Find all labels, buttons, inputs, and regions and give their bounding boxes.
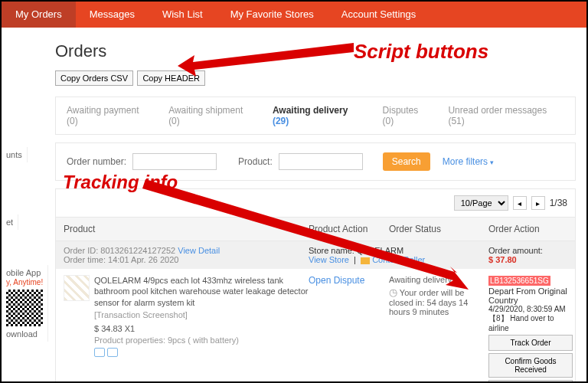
pager: 10/Page ◂ ▸ 1/38 <box>56 189 575 217</box>
copy-header-button[interactable]: Copy HEADER <box>137 70 205 86</box>
tab-unread-messages[interactable]: Unread order messages (51) <box>448 105 564 126</box>
sidebar-fragment: unts <box>2 147 28 162</box>
product-filter-input[interactable] <box>279 153 363 170</box>
orders-table: 10/Page ◂ ▸ 1/38 Product Product Action … <box>55 188 576 383</box>
col-order-status: Order Status <box>389 224 488 234</box>
order-body-row: QOLELARM 4/9pcs each lot 433mhz wireless… <box>56 269 575 383</box>
download-invoice-button[interactable]: Download Invoice <box>488 380 573 383</box>
transaction-screenshot-link[interactable]: [Transaction Screenshot] <box>94 310 309 319</box>
track-order-button[interactable]: Track Order <box>488 335 573 351</box>
more-filters-link[interactable]: More filters ▾ <box>443 156 495 167</box>
page-size-select[interactable]: 10/Page <box>454 195 508 211</box>
order-amount: $ 37.80 <box>488 255 517 264</box>
order-id: 8013261224127252 <box>100 246 175 255</box>
order-status-text: Awaiting delivery <box>389 275 488 284</box>
store-name: QOLELARM <box>357 246 403 255</box>
tab-awaiting-payment[interactable]: Awaiting payment (0) <box>67 105 152 126</box>
tracking-extra: 【8】 Hand over to airline <box>488 313 573 332</box>
mail-icon <box>361 257 370 264</box>
order-number-label: Order number: <box>67 156 126 167</box>
product-filter-label: Product: <box>238 156 273 167</box>
qr-code-icon <box>6 290 43 326</box>
nav-tab-wishlist[interactable]: Wish List <box>149 2 217 28</box>
tab-awaiting-delivery[interactable]: Awaiting delivery (29) <box>273 105 366 126</box>
prev-page-button[interactable]: ◂ <box>513 196 527 210</box>
script-buttons: Copy Orders CSV Copy HEADER <box>55 70 576 86</box>
confirm-goods-button[interactable]: Confirm Goods Received <box>488 353 573 378</box>
product-name[interactable]: QOLELARM 4/9pcs each lot 433mhz wireless… <box>94 275 309 308</box>
table-header: Product Product Action Order Status Orde… <box>56 217 575 241</box>
clock-icon: ◷ <box>389 286 397 298</box>
product-properties: Product properties: 9pcs ( with battery) <box>94 336 309 345</box>
tracking-timestamp: 4/29/2020, 8:30:59 AM <box>488 305 573 313</box>
filter-bar: Order number: Product: Search More filte… <box>55 142 576 181</box>
tab-disputes[interactable]: Disputes (0) <box>383 105 432 126</box>
tracking-status: Depart From Original Country <box>488 286 573 305</box>
chevron-down-icon: ▾ <box>490 159 494 166</box>
order-number-input[interactable] <box>132 153 217 170</box>
col-product: Product <box>64 224 309 234</box>
view-detail-link[interactable]: View Detail <box>178 246 220 255</box>
page-indicator: 1/38 <box>550 198 567 208</box>
next-page-button[interactable]: ▸ <box>531 196 545 210</box>
status-tabs: Awaiting payment (0) Awaiting shipment (… <box>55 97 576 135</box>
open-dispute-link[interactable]: Open Dispute <box>309 275 364 286</box>
col-order-action: Order Action <box>488 224 567 234</box>
sidebar-fragment: et <box>2 214 18 230</box>
truck-icon <box>94 348 105 357</box>
product-thumbnail[interactable] <box>64 275 90 301</box>
view-store-link[interactable]: View Store <box>309 255 349 264</box>
nav-tab-stores[interactable]: My Favorite Stores <box>217 2 328 28</box>
search-button[interactable]: Search <box>383 152 430 171</box>
page-title: Orders <box>55 28 576 70</box>
tab-awaiting-shipment[interactable]: Awaiting shipment (0) <box>168 105 256 126</box>
refresh-icon <box>107 348 118 357</box>
top-nav: My Orders Messages Wish List My Favorite… <box>2 2 586 28</box>
col-product-action: Product Action <box>309 224 389 234</box>
order-close-countdown: Your order will be closed in: 54 days 14… <box>389 288 468 316</box>
copy-csv-button[interactable]: Copy Orders CSV <box>55 70 133 86</box>
nav-tab-account[interactable]: Account Settings <box>328 2 430 28</box>
order-meta-row: Order ID: 8013261224127252 View Detail O… <box>56 241 575 269</box>
order-time: 14:01 Apr. 26 2020 <box>108 255 178 264</box>
nav-tab-orders[interactable]: My Orders <box>2 2 76 28</box>
contact-seller-link[interactable]: Contact Seller <box>372 255 425 264</box>
nav-tab-messages[interactable]: Messages <box>76 2 149 28</box>
tracking-number[interactable]: LB132536651SG <box>488 276 550 286</box>
sidebar-fragment: obile App y, Anytime! ownload <box>2 265 48 342</box>
unit-price: $ 34.83 X1 <box>94 324 309 333</box>
